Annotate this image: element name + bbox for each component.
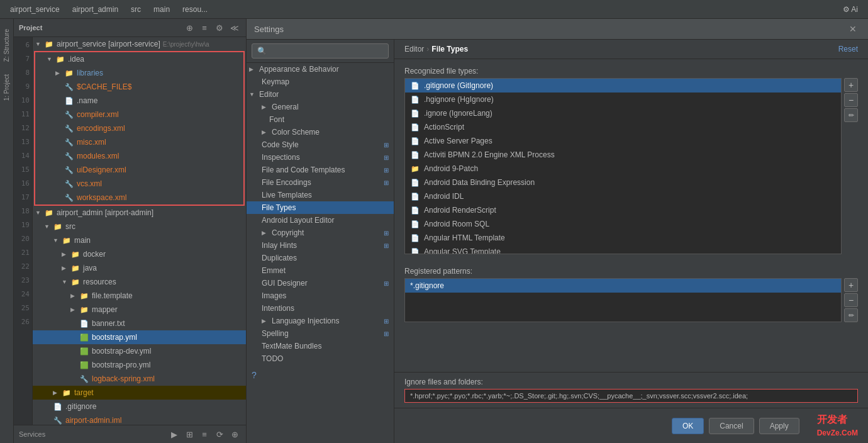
nav-item-copyright[interactable]: ▶ Copyright ⊞	[247, 227, 394, 239]
nav-item-inspections[interactable]: Inspections ⊞	[247, 151, 394, 164]
ft-item-angularsvg[interactable]: 📄 Angular SVG Template	[405, 245, 841, 254]
add-btn[interactable]: ⊕	[228, 428, 241, 440]
nav-item-intentions[interactable]: Intentions	[247, 302, 394, 315]
tree-item-modules[interactable]: 🔧 modules.xml	[35, 149, 243, 163]
nav-item-emmet[interactable]: Emmet	[247, 264, 394, 277]
tree-item-gitignore[interactable]: 📄 .gitignore	[33, 400, 246, 413]
pattern-item-gitignore[interactable]: *.gitignore	[405, 279, 841, 293]
tree-item-src[interactable]: ▼ 📁 src	[33, 220, 246, 233]
ft-item-roomsql[interactable]: 📄 Android Room SQL	[405, 217, 841, 231]
ft-item-angularhtml[interactable]: 📄 Angular HTML Template	[405, 231, 841, 245]
ft-item-asp[interactable]: 📄 Active Server Pages	[405, 134, 841, 148]
nav-item-filetemplates[interactable]: File and Code Templates ⊞	[247, 164, 394, 176]
list-btn[interactable]: ≡	[198, 428, 211, 440]
nav-item-spelling[interactable]: Spelling ⊞	[247, 327, 394, 340]
pattern-remove-btn[interactable]: −	[844, 293, 858, 307]
nav-item-todo[interactable]: TODO	[247, 352, 394, 365]
label-encodings: encodings.xml	[77, 124, 125, 133]
nav-item-duplicates[interactable]: Duplicates	[247, 252, 394, 264]
nav-item-editor[interactable]: ▼ Editor	[247, 88, 394, 101]
tree-item-workspace[interactable]: 🔧 workspace.xml	[35, 191, 243, 205]
tree-item-name[interactable]: 📄 .name	[35, 94, 243, 108]
ft-item-android9patch[interactable]: 📁 Android 9-Patch	[405, 162, 841, 176]
close-settings-btn[interactable]: ✕	[845, 23, 860, 35]
tree-item-filetemplate[interactable]: ▶ 📁 file.template	[33, 289, 246, 303]
ft-edit-btn[interactable]: ✏	[844, 108, 858, 122]
tree-item-libraries[interactable]: ▶ 📁 libraries	[35, 66, 243, 80]
tree-item-bootstrap[interactable]: 🟩 bootstrap.yml	[33, 330, 246, 344]
tree-item-main[interactable]: ▼ 📁 main	[33, 233, 246, 247]
file-types-list[interactable]: 📄 .gitignore (GitIgnore) 📄 .hgignore (Hg…	[404, 78, 842, 254]
nav-item-codestyle[interactable]: Code Style ⊞	[247, 138, 394, 151]
collapse-all-btn[interactable]: ≡	[198, 21, 211, 34]
tree-item-docker[interactable]: ▶ 📁 docker	[33, 247, 246, 261]
nav-item-filetypes[interactable]: File Types	[247, 201, 394, 214]
ft-item-databinding[interactable]: 📄 Android Data Binding Expression	[405, 176, 841, 189]
nav-item-colorscheme[interactable]: ▶ Color Scheme	[247, 126, 394, 138]
ft-item-renderscript[interactable]: 📄 Android RenderScript	[405, 203, 841, 217]
patterns-list[interactable]: *.gitignore	[404, 278, 842, 322]
ft-remove-btn[interactable]: −	[844, 93, 858, 107]
close-panel-btn[interactable]: ≪	[228, 21, 241, 34]
nav-item-images[interactable]: Images	[247, 289, 394, 302]
help-btn[interactable]: ?	[247, 365, 394, 385]
ft-item-gitignore[interactable]: 📄 .gitignore (GitIgnore)	[405, 79, 841, 93]
tree-item-java[interactable]: ▶ 📁 java	[33, 261, 246, 275]
tree-item-banner[interactable]: 📄 banner.txt	[33, 317, 246, 330]
run-btn[interactable]: ▶	[168, 428, 181, 440]
ft-item-bpmn[interactable]: 📄 Activiti BPMN 2.0 Engine XML Process	[405, 148, 841, 162]
nav-item-fileencodings[interactable]: File Encodings ⊞	[247, 176, 394, 189]
cancel-btn[interactable]: Cancel	[709, 418, 754, 434]
nav-item-androidlayout[interactable]: Android Layout Editor	[247, 214, 394, 227]
ok-btn[interactable]: OK	[672, 418, 704, 434]
nav-item-general[interactable]: ▶ General	[247, 101, 394, 113]
tree-item-target[interactable]: ▶ 📁 target	[33, 386, 246, 400]
tree-item-compiler[interactable]: 🔧 compiler.xml	[35, 108, 243, 121]
ft-item-ignore[interactable]: 📄 .ignore (IgnoreLang)	[405, 106, 841, 120]
nav-item-inlayhints[interactable]: Inlay Hints ⊞	[247, 239, 394, 252]
apply-btn[interactable]: Apply	[759, 418, 799, 434]
reset-btn[interactable]: Reset	[838, 45, 858, 53]
expand-all-btn[interactable]: ⊕	[183, 21, 196, 34]
tree-item-resources[interactable]: ▼ 📁 resources	[33, 275, 246, 289]
settings-btn[interactable]: ⚙	[213, 21, 226, 34]
nav-item-keymap[interactable]: Keymap	[247, 76, 394, 88]
tree-item-bootstrap-pro[interactable]: 🟩 bootstrap-pro.yml	[33, 358, 246, 372]
refresh-btn[interactable]: ⟳	[213, 428, 226, 440]
nav-item-textmate[interactable]: TextMate Bundles	[247, 340, 394, 352]
ft-item-androididl[interactable]: 📄 Android IDL	[405, 189, 841, 203]
tree-item-airportadmin-iml[interactable]: 🔧 airport-admin.iml	[33, 413, 246, 425]
nav-item-guidesigner[interactable]: GUI Designer ⊞	[247, 277, 394, 289]
nav-item-languageinjections[interactable]: ▶ Language Injections ⊞	[247, 315, 394, 327]
ignore-input[interactable]	[404, 389, 858, 403]
grid-btn[interactable]: ⊞	[183, 428, 196, 440]
tree-item-misc[interactable]: 🔧 misc.xml	[35, 135, 243, 149]
tree-item-vcs[interactable]: 🔧 vcs.xml	[35, 177, 243, 191]
tree-item-cachefile[interactable]: 🔧 $CACHE_FILE$	[35, 80, 243, 94]
ft-add-btn[interactable]: +	[844, 78, 858, 92]
ft-item-actionscript[interactable]: 📄 ActionScript	[405, 120, 841, 134]
tab-resou[interactable]: resou...	[177, 3, 213, 16]
search-input[interactable]	[252, 43, 389, 59]
tree-item-airport-service[interactable]: ▼ 📁 airport_service [airport-service] E:…	[33, 37, 246, 51]
tree-item-uidesigner[interactable]: 🔧 uiDesigner.xml	[35, 163, 243, 177]
project-panel-label[interactable]: 1: Project	[2, 69, 11, 106]
tree-item-idea[interactable]: ▼ 📁 .idea	[35, 52, 243, 66]
tree-item-mapper[interactable]: ▶ 📁 mapper	[33, 303, 246, 317]
settings-tab-ai[interactable]: ⚙ Ai	[838, 3, 863, 16]
nav-item-livetemplates[interactable]: Live Templates	[247, 189, 394, 201]
tree-item-bootstrap-dev[interactable]: 🟩 bootstrap-dev.yml	[33, 344, 246, 358]
tab-airport-service[interactable]: airport_service	[5, 3, 65, 16]
ft-item-hgignore[interactable]: 📄 .hgignore (HgIgnore)	[405, 93, 841, 106]
nav-item-font[interactable]: Font	[247, 113, 394, 126]
structure-panel-label[interactable]: Z: Structure	[2, 24, 11, 67]
tab-src[interactable]: src	[126, 3, 146, 16]
tab-airport-admin[interactable]: airport_admin	[67, 3, 123, 16]
nav-item-appearance[interactable]: ▶ Appearance & Behavior	[247, 63, 394, 76]
tree-item-logback[interactable]: 🔧 logback-spring.xml	[33, 372, 246, 386]
tab-main[interactable]: main	[148, 3, 175, 16]
tree-item-encodings[interactable]: 🔧 encodings.xml	[35, 121, 243, 135]
pattern-add-btn[interactable]: +	[844, 278, 858, 292]
pattern-edit-btn[interactable]: ✏	[844, 308, 858, 322]
tree-item-airport-admin[interactable]: ▼ 📁 airport_admin [airport-admin]	[33, 206, 246, 220]
